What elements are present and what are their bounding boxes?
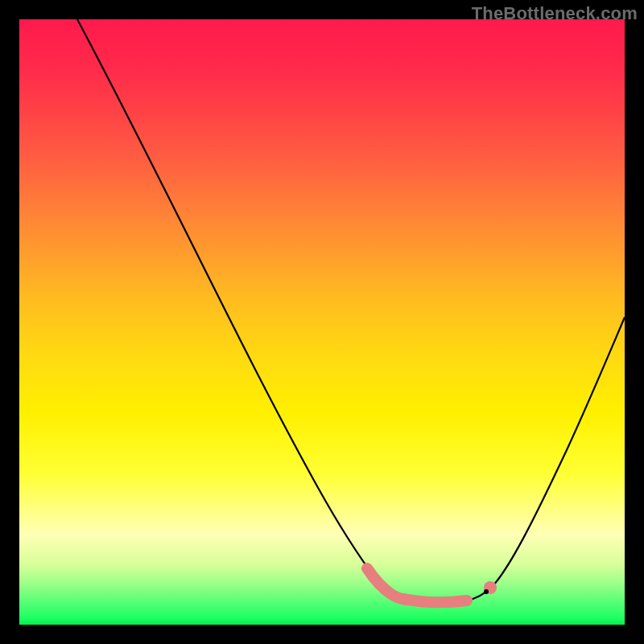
plot-area bbox=[19, 19, 625, 625]
chart-container: TheBottleneck.com bbox=[0, 0, 644, 644]
bottleneck-curve bbox=[77, 19, 625, 602]
curve-layer bbox=[19, 19, 625, 625]
highlight-segment-floor bbox=[404, 599, 467, 602]
highlight-segment-left bbox=[367, 568, 406, 600]
curve-knot bbox=[484, 589, 489, 594]
